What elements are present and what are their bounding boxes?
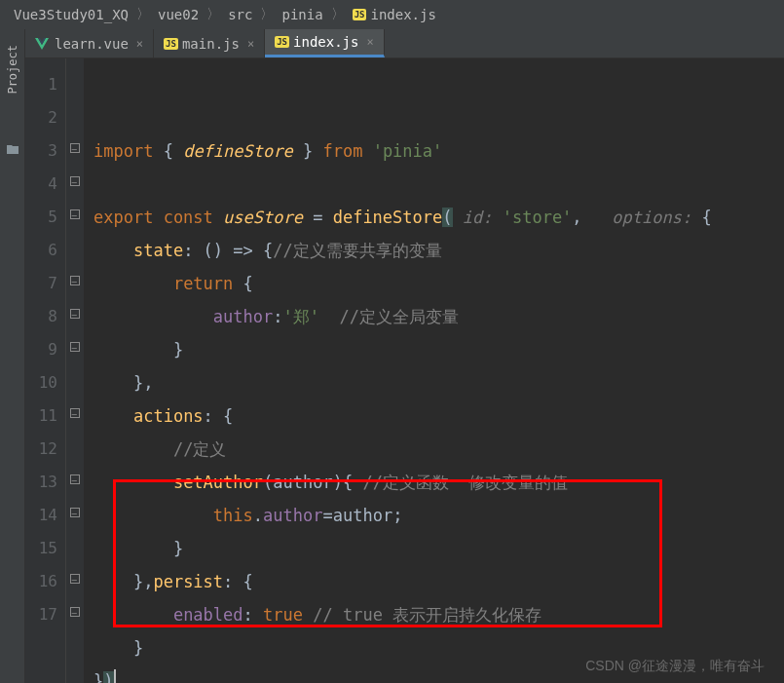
line-number-gutter: 1234567891011121314151617 [25,58,66,683]
line-number: 13 [25,466,57,499]
tab-main-js[interactable]: JS main.js × [154,29,265,57]
chevron-right-icon: 〉 [260,6,274,23]
fold-marker[interactable] [66,333,84,366]
code-area[interactable]: import { defineStore } from 'pinia'expor… [84,58,784,683]
caret [114,669,116,683]
fold-marker[interactable] [66,300,84,333]
fold-marker[interactable] [66,598,84,631]
js-file-icon: JS [164,38,178,50]
line-number: 2 [25,101,57,134]
project-sidebar[interactable]: Project [0,29,25,683]
chevron-right-icon: 〉 [206,6,220,23]
chevron-right-icon: 〉 [136,6,150,23]
fold-marker[interactable] [66,267,84,300]
line-number: 17 [25,598,57,631]
line-number: 10 [25,366,57,399]
line-number: 3 [25,134,57,168]
fold-marker[interactable] [66,565,84,598]
close-icon[interactable]: × [136,37,143,51]
code-line[interactable]: state: () => {//定义需要共享的变量 [93,234,784,267]
project-tab-label[interactable]: Project [6,45,19,95]
chevron-right-icon: 〉 [331,6,345,23]
code-line[interactable]: return { [93,267,784,300]
breadcrumb-item[interactable]: vue02 [158,7,199,22]
code-line[interactable]: author:'郑' //定义全局变量 [93,300,784,333]
breadcrumb: Vue3Study01_XQ 〉 vue02 〉 src 〉 pinia 〉 J… [0,0,784,30]
code-line[interactable]: export const useStore = defineStore( id:… [93,201,784,234]
line-number: 9 [25,333,57,366]
code-line[interactable]: enabled: true // true 表示开启持久化保存 [93,598,784,631]
tab-label: learn.vue [55,36,129,52]
code-editor[interactable]: 1234567891011121314151617 import { defin… [25,58,784,683]
tab-label: index.js [293,34,358,50]
line-number: 8 [25,300,57,333]
code-line[interactable]: actions: { [93,399,784,433]
fold-marker[interactable] [66,168,84,201]
code-line[interactable]: this.author=author; [93,499,784,532]
tab-index-js[interactable]: JS index.js × [265,29,385,57]
line-number: 4 [25,168,57,201]
close-icon[interactable]: × [366,35,373,49]
line-number: 1 [25,68,57,101]
code-line[interactable]: }, [93,366,784,399]
editor-tabs: learn.vue × JS main.js × JS index.js × [25,29,784,58]
line-number: 6 [25,234,57,267]
line-number: 11 [25,399,57,433]
line-number: 14 [25,499,57,532]
line-number: 5 [25,201,57,234]
tab-label: main.js [182,36,240,52]
line-number: 12 [25,433,57,466]
close-icon[interactable]: × [247,37,254,51]
line-number: 16 [25,565,57,598]
code-line[interactable]: setAuthor(author){ //定义函数 修改变量的值 [93,466,784,499]
breadcrumb-item[interactable]: src [228,7,252,22]
code-line[interactable]: } [93,532,784,565]
fold-marker[interactable] [66,466,84,499]
fold-marker[interactable] [66,499,84,532]
vue-icon [35,38,49,50]
code-line[interactable]: } [93,333,784,366]
watermark: CSDN @征途漫漫，唯有奋斗 [585,658,765,675]
code-line[interactable] [93,168,784,201]
code-line[interactable]: },persist: { [93,565,784,598]
line-number: 15 [25,532,57,565]
code-line[interactable]: //定义 [93,433,784,466]
code-line[interactable]: import { defineStore } from 'pinia' [93,134,784,168]
js-file-icon: JS [275,36,289,48]
fold-marker[interactable] [66,134,84,168]
tab-learn-vue[interactable]: learn.vue × [25,29,154,57]
fold-marker[interactable] [66,201,84,234]
fold-marker[interactable] [66,399,84,433]
fold-gutter [66,58,84,683]
js-file-icon: JS [353,9,367,20]
breadcrumb-item[interactable]: pinia [281,7,322,22]
folder-icon [6,143,19,155]
breadcrumb-item[interactable]: index.js [370,7,435,22]
breadcrumb-item[interactable]: Vue3Study01_XQ [14,7,129,22]
line-number: 7 [25,267,57,300]
